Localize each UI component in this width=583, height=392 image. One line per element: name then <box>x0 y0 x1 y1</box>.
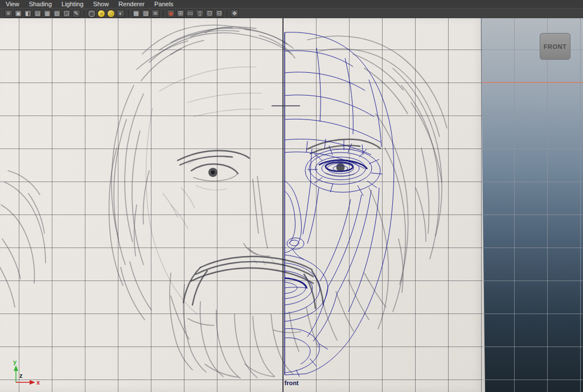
wireframe-sphere-icon[interactable]: ◯ <box>88 10 96 18</box>
grid-overlay-right <box>482 18 583 392</box>
axis-x-label: x <box>36 379 40 386</box>
motion-blur-icon[interactable]: ≋ <box>151 10 159 18</box>
bookmarks-icon[interactable]: ▦ <box>43 10 51 18</box>
isolate-select-icon[interactable]: ◉ <box>167 10 175 18</box>
panel-menubar: View Shading Lighting Show Renderer Pane… <box>0 0 583 8</box>
menu-panels[interactable]: Panels <box>154 0 174 8</box>
resolution-gate-icon[interactable]: ▭ <box>186 10 194 18</box>
menu-shading[interactable]: Shading <box>29 0 52 8</box>
axis-y-label: y <box>13 358 17 365</box>
menu-lighting[interactable]: Lighting <box>61 0 84 8</box>
toolbar-separator <box>84 10 84 17</box>
grid-center-line <box>282 18 284 392</box>
camera-lock-icon[interactable]: ◧ <box>24 10 32 18</box>
toolbar-separator <box>163 10 163 17</box>
panel-header: View Shading Lighting Show Renderer Pane… <box>0 0 583 18</box>
textured-sphere-icon[interactable]: ◍ <box>107 10 115 18</box>
share-icon[interactable]: ❖ <box>231 10 239 18</box>
field-chart-icon[interactable]: ⊞ <box>176 10 184 18</box>
panel-toolbar: ≡ ▣ ◧ ▤ ▦ ▧ ◲ ✎ ◯ ● ◍ ◐ ▩ ▨ ≋ ◉ ⊞ ▭ ▯ ⊡ … <box>0 8 583 18</box>
axis-y-arrowhead <box>14 365 18 371</box>
menu-show[interactable]: Show <box>93 0 109 8</box>
menu-view[interactable]: View <box>6 0 19 8</box>
maya-front-viewport[interactable]: FRONT y x z front View Shading Lighting … <box>0 0 583 392</box>
shaded-sphere-icon[interactable]: ● <box>97 10 105 18</box>
axis-x-arrowhead <box>30 380 35 385</box>
toolbar-separator <box>227 10 227 17</box>
axis-gizmo: y x z <box>7 358 41 387</box>
pan-zoom-icon[interactable]: ◲ <box>63 10 71 18</box>
image-plane-icon[interactable]: ▧ <box>53 10 61 18</box>
grid-x-axis-line <box>482 82 583 83</box>
grease-pencil-icon[interactable]: ✎ <box>72 10 80 18</box>
safe-title-icon[interactable]: ⊟ <box>215 10 223 18</box>
axis-z-label: z <box>19 372 23 379</box>
panel-layout-icon[interactable]: ≡ <box>5 10 13 18</box>
camera-attributes-icon[interactable]: ▤ <box>34 10 42 18</box>
gate-mask-icon[interactable]: ▯ <box>196 10 204 18</box>
toolbar-separator <box>128 10 129 17</box>
lights-icon[interactable]: ◐ <box>117 10 125 18</box>
camera-name-label: front <box>278 379 305 386</box>
shadows-icon[interactable]: ▩ <box>132 10 140 18</box>
safe-action-icon[interactable]: ⊡ <box>206 10 214 18</box>
ssao-icon[interactable]: ▨ <box>142 10 150 18</box>
camera-label-button[interactable]: FRONT <box>540 33 570 60</box>
camera-select-icon[interactable]: ▣ <box>14 10 22 18</box>
menu-renderer[interactable]: Renderer <box>118 0 145 8</box>
